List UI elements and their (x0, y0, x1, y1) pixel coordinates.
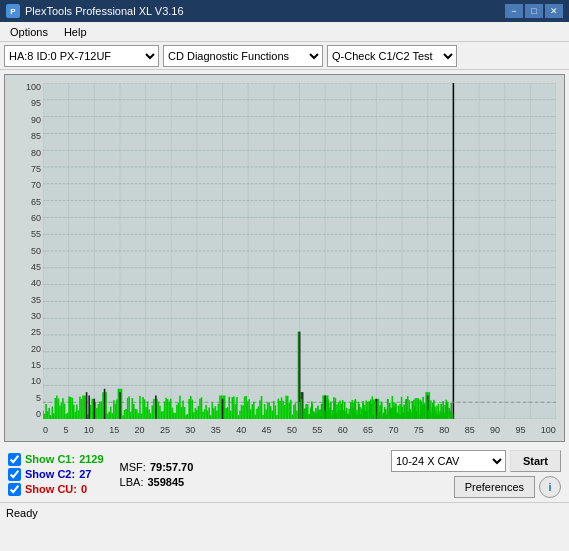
y-label-20: 20 (7, 345, 41, 354)
msf-label: MSF: (120, 461, 146, 473)
x-label-60: 60 (338, 425, 348, 435)
title-bar: P PlexTools Professional XL V3.16 − □ ✕ (0, 0, 569, 22)
y-label-5: 5 (7, 394, 41, 403)
c2-row: Show C2: 27 (8, 468, 104, 481)
window-controls: − □ ✕ (505, 4, 563, 18)
x-label-50: 50 (287, 425, 297, 435)
stats-section: MSF: 79:57.70 LBA: 359845 (120, 461, 194, 488)
x-label-20: 20 (135, 425, 145, 435)
c1-label: Show C1: (25, 453, 75, 465)
show-cu-checkbox[interactable] (8, 483, 21, 496)
menu-help[interactable]: Help (58, 24, 93, 40)
app-icon: P (6, 4, 20, 18)
x-label-45: 45 (262, 425, 272, 435)
msf-row: MSF: 79:57.70 (120, 461, 194, 473)
prefs-row: Preferences i (454, 476, 561, 498)
x-label-80: 80 (439, 425, 449, 435)
bottom-panel: Show C1: 2129 Show C2: 27 Show CU: 0 MSF… (0, 446, 569, 502)
y-label-40: 40 (7, 279, 41, 288)
minimize-button[interactable]: − (505, 4, 523, 18)
test-select[interactable]: Q-Check C1/C2 Test (327, 45, 457, 67)
y-label-95: 95 (7, 99, 41, 108)
y-label-70: 70 (7, 181, 41, 190)
close-button[interactable]: ✕ (545, 4, 563, 18)
y-label-30: 30 (7, 312, 41, 321)
x-label-5: 5 (63, 425, 68, 435)
x-label-75: 75 (414, 425, 424, 435)
x-label-15: 15 (109, 425, 119, 435)
preferences-button[interactable]: Preferences (454, 476, 535, 498)
y-label-35: 35 (7, 296, 41, 305)
lba-label: LBA: (120, 476, 144, 488)
right-controls: 10-24 X CAV Start Preferences i (391, 450, 561, 498)
x-label-65: 65 (363, 425, 373, 435)
x-label-30: 30 (185, 425, 195, 435)
x-label-90: 90 (490, 425, 500, 435)
y-axis: 0 5 10 15 20 25 30 35 40 45 50 55 60 65 … (7, 83, 41, 419)
info-button[interactable]: i (539, 476, 561, 498)
chart-container: 0 5 10 15 20 25 30 35 40 45 50 55 60 65 … (4, 74, 565, 442)
x-label-85: 85 (465, 425, 475, 435)
maximize-button[interactable]: □ (525, 4, 543, 18)
y-label-100: 100 (7, 83, 41, 92)
x-label-55: 55 (312, 425, 322, 435)
y-label-85: 85 (7, 132, 41, 141)
speed-select[interactable]: 10-24 X CAV (391, 450, 506, 472)
chart-canvas (43, 83, 556, 419)
y-label-65: 65 (7, 198, 41, 207)
x-axis: 0 5 10 15 20 25 30 35 40 45 50 55 60 65 … (43, 421, 556, 439)
status-bar: Ready (0, 502, 569, 522)
y-label-50: 50 (7, 247, 41, 256)
y-label-10: 10 (7, 377, 41, 386)
title-bar-left: P PlexTools Professional XL V3.16 (6, 4, 184, 18)
show-c2-checkbox[interactable] (8, 468, 21, 481)
x-label-100: 100 (541, 425, 556, 435)
x-label-40: 40 (236, 425, 246, 435)
drive-select[interactable]: HA:8 ID:0 PX-712UF (4, 45, 159, 67)
checkboxes: Show C1: 2129 Show C2: 27 Show CU: 0 (8, 453, 104, 496)
show-c1-checkbox[interactable] (8, 453, 21, 466)
x-label-35: 35 (211, 425, 221, 435)
y-label-90: 90 (7, 116, 41, 125)
y-label-75: 75 (7, 165, 41, 174)
c1-row: Show C1: 2129 (8, 453, 104, 466)
y-label-15: 15 (7, 361, 41, 370)
chart-area (43, 83, 556, 419)
y-label-60: 60 (7, 214, 41, 223)
lba-value: 359845 (147, 476, 184, 488)
y-label-45: 45 (7, 263, 41, 272)
lba-row: LBA: 359845 (120, 476, 194, 488)
msf-value: 79:57.70 (150, 461, 193, 473)
x-label-70: 70 (388, 425, 398, 435)
toolbar: HA:8 ID:0 PX-712UF CD Diagnostic Functio… (0, 42, 569, 70)
c2-label: Show C2: (25, 468, 75, 480)
cu-row: Show CU: 0 (8, 483, 104, 496)
status-text: Ready (6, 507, 38, 519)
menu-bar: Options Help (0, 22, 569, 42)
start-button[interactable]: Start (510, 450, 561, 472)
x-label-95: 95 (515, 425, 525, 435)
x-label-25: 25 (160, 425, 170, 435)
c2-value: 27 (79, 468, 91, 480)
y-label-80: 80 (7, 149, 41, 158)
cu-label: Show CU: (25, 483, 77, 495)
y-label-25: 25 (7, 328, 41, 337)
app-title: PlexTools Professional XL V3.16 (25, 5, 184, 17)
y-label-0: 0 (7, 410, 41, 419)
function-select[interactable]: CD Diagnostic Functions (163, 45, 323, 67)
c1-value: 2129 (79, 453, 103, 465)
cu-value: 0 (81, 483, 87, 495)
x-label-0: 0 (43, 425, 48, 435)
menu-options[interactable]: Options (4, 24, 54, 40)
x-label-10: 10 (84, 425, 94, 435)
y-label-55: 55 (7, 230, 41, 239)
